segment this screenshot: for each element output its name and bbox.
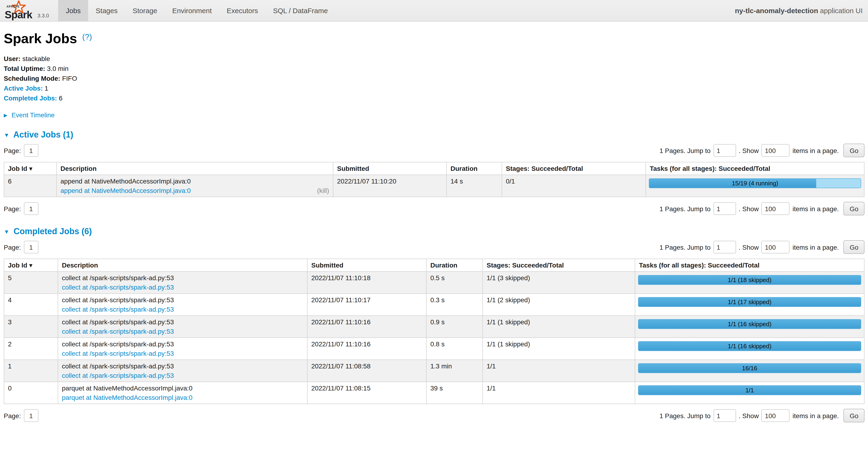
- description-cell: append at NativeMethodAccessorImpl.java:…: [57, 175, 333, 197]
- items-text: items in a page.: [793, 243, 839, 251]
- show-items-input[interactable]: [762, 409, 790, 422]
- description-cell: parquet at NativeMethodAccessorImpl.java…: [58, 382, 307, 404]
- go-button[interactable]: Go: [844, 202, 865, 216]
- tab-storage[interactable]: Storage: [125, 0, 165, 21]
- description-cell: collect at /spark-scripts/spark-ad.py:53…: [58, 293, 307, 316]
- page-number-input[interactable]: [24, 202, 38, 215]
- job-detail-link[interactable]: collect at /spark-scripts/spark-ad.py:53: [62, 372, 174, 379]
- tasks-progress-bar: 1/1 (16 skipped): [638, 319, 861, 329]
- completed-jobs-link[interactable]: Completed Jobs:: [4, 94, 57, 102]
- tasks-cell: 1/1: [635, 382, 864, 404]
- table-row: 6 append at NativeMethodAccessorImpl.jav…: [4, 175, 864, 197]
- items-text: items in a page.: [793, 205, 839, 212]
- job-description: collect at /spark-scripts/spark-ad.py:53: [62, 274, 303, 282]
- job-summary: User: stackable Total Uptime: 3.0 min Sc…: [4, 54, 865, 103]
- job-detail-link[interactable]: collect at /spark-scripts/spark-ad.py:53: [62, 328, 174, 335]
- jump-to-input[interactable]: [713, 241, 736, 253]
- tab-environment[interactable]: Environment: [165, 0, 219, 21]
- job-detail-link[interactable]: append at NativeMethodAccessorImpl.java:…: [60, 187, 191, 194]
- tasks-progress-bar: 1/1 (18 skipped): [638, 275, 861, 285]
- duration-cell: 0.3 s: [426, 293, 483, 316]
- pages-jump-text: 1 Pages. Jump to: [659, 412, 711, 419]
- tab-executors[interactable]: Executors: [219, 0, 265, 21]
- column-duration[interactable]: Duration: [446, 162, 502, 175]
- active-jobs-count: 1: [44, 84, 48, 92]
- active-jobs-section-header[interactable]: ▼ Active Jobs (1): [4, 130, 865, 140]
- duration-cell: 1.3 min: [426, 360, 483, 382]
- tab-sql-dataframe[interactable]: SQL / DataFrame: [266, 0, 335, 21]
- summary-uptime: Total Uptime: 3.0 min: [4, 64, 865, 74]
- tasks-cell: 1/1 (16 skipped): [635, 316, 864, 338]
- progress-label: 1/1 (18 skipped): [639, 276, 861, 284]
- kill-link[interactable]: (kill): [317, 187, 329, 194]
- submitted-cell: 2022/11/07 11:10:16: [307, 338, 426, 360]
- progress-label: 16/16: [639, 364, 861, 373]
- column-stages[interactable]: Stages: Succeeded/Total: [502, 162, 646, 175]
- table-header-row: Job Id ▾ Description Submitted Duration …: [4, 162, 864, 175]
- event-timeline-toggle[interactable]: ▶ Event Timeline: [4, 111, 865, 119]
- progress-label: 1/1 (17 skipped): [639, 297, 861, 307]
- tasks-progress-bar: 15/19 (4 running): [649, 178, 861, 188]
- jump-to-input[interactable]: [713, 202, 736, 215]
- column-description[interactable]: Description: [58, 259, 307, 272]
- active-jobs-link[interactable]: Active Jobs:: [4, 84, 43, 92]
- go-button[interactable]: Go: [844, 409, 865, 422]
- active-jobs-section-title: Active Jobs (1): [13, 130, 73, 139]
- column-job-id[interactable]: Job Id ▾: [4, 162, 57, 175]
- summary-active-jobs: Active Jobs: 1: [4, 84, 865, 93]
- tab-stages[interactable]: Stages: [88, 0, 125, 21]
- help-link[interactable]: (?): [82, 32, 92, 41]
- page-number-input[interactable]: [24, 409, 38, 422]
- collapse-arrow-icon: ▼: [4, 229, 9, 235]
- job-id-cell: 2: [4, 338, 58, 360]
- job-detail-link[interactable]: collect at /spark-scripts/spark-ad.py:53: [62, 350, 174, 357]
- jump-to-input[interactable]: [713, 409, 736, 422]
- active-jobs-table: Job Id ▾ Description Submitted Duration …: [4, 162, 865, 197]
- table-row: 4 collect at /spark-scripts/spark-ad.py:…: [4, 293, 864, 316]
- column-tasks[interactable]: Tasks (for all stages): Succeeded/Total: [635, 259, 864, 272]
- summary-user: User: stackable: [4, 54, 865, 64]
- column-description[interactable]: Description: [57, 162, 333, 175]
- column-job-id[interactable]: Job Id ▾: [4, 259, 58, 272]
- job-detail-link[interactable]: parquet at NativeMethodAccessorImpl.java…: [62, 394, 192, 401]
- go-button[interactable]: Go: [844, 144, 865, 157]
- job-detail-link[interactable]: collect at /spark-scripts/spark-ad.py:53: [62, 283, 174, 291]
- column-stages[interactable]: Stages: Succeeded/Total: [483, 259, 635, 272]
- column-tasks[interactable]: Tasks (for all stages): Succeeded/Total: [646, 162, 864, 175]
- nav-tabs: Jobs Stages Storage Environment Executor…: [58, 0, 335, 21]
- column-duration[interactable]: Duration: [426, 259, 483, 272]
- table-header-row: Job Id ▾ Description Submitted Duration …: [4, 259, 864, 272]
- stages-cell: 0/1: [502, 175, 646, 197]
- completed-jobs-section-title: Completed Jobs (6): [13, 227, 92, 236]
- submitted-cell: 2022/11/07 11:10:17: [307, 293, 426, 316]
- column-submitted[interactable]: Submitted: [333, 162, 446, 175]
- table-row: 2 collect at /spark-scripts/spark-ad.py:…: [4, 338, 864, 360]
- page-label: Page:: [4, 243, 21, 251]
- completed-jobs-table: Job Id ▾ Description Submitted Duration …: [4, 259, 865, 404]
- job-description: collect at /spark-scripts/spark-ad.py:53: [62, 362, 303, 370]
- jump-to-input[interactable]: [713, 144, 736, 157]
- show-text: . Show: [739, 243, 759, 251]
- show-items-input[interactable]: [762, 241, 790, 253]
- show-items-input[interactable]: [762, 144, 790, 157]
- uptime-label: Total Uptime:: [4, 65, 45, 72]
- page-number-input[interactable]: [24, 241, 38, 253]
- tab-jobs[interactable]: Jobs: [58, 0, 88, 21]
- job-detail-link[interactable]: collect at /spark-scripts/spark-ad.py:53: [62, 306, 174, 313]
- show-text: . Show: [739, 412, 759, 419]
- expand-arrow-icon: ▶: [4, 113, 7, 118]
- progress-label: 1/1 (16 skipped): [639, 320, 861, 329]
- items-text: items in a page.: [793, 412, 839, 419]
- spark-logo[interactable]: APACHE Spark 3.3.0: [0, 0, 52, 21]
- job-description: collect at /spark-scripts/spark-ad.py:53: [62, 340, 303, 348]
- show-items-input[interactable]: [762, 202, 790, 215]
- job-description: collect at /spark-scripts/spark-ad.py:53: [62, 318, 303, 326]
- completed-jobs-section-header[interactable]: ▼ Completed Jobs (6): [4, 227, 865, 236]
- spark-logo-mark: APACHE Spark: [5, 1, 36, 20]
- tasks-cell: 1/1 (17 skipped): [635, 293, 864, 316]
- column-submitted[interactable]: Submitted: [307, 259, 426, 272]
- application-title: ny-tlc-anomaly-detection application UI: [735, 0, 868, 21]
- go-button[interactable]: Go: [844, 240, 865, 254]
- main-content: Spark Jobs (?) User: stackable Total Upt…: [0, 31, 868, 455]
- page-number-input[interactable]: [24, 144, 38, 157]
